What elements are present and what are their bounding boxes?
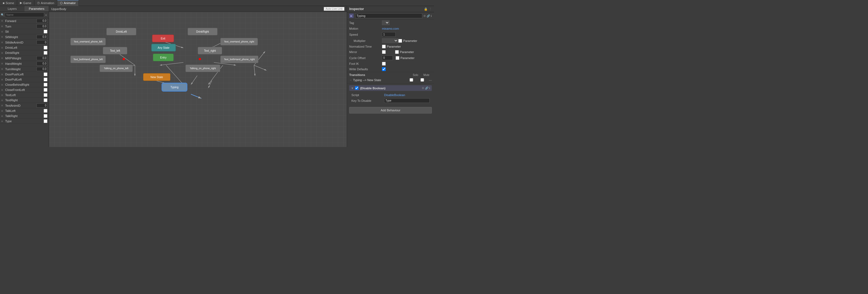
mirror-param-label: Parameter bbox=[400, 50, 414, 53]
speed-input[interactable] bbox=[382, 32, 396, 37]
tag-label: Tag bbox=[349, 21, 382, 25]
state-node-text-right[interactable]: Text_right bbox=[198, 47, 222, 54]
behaviour-settings-icon[interactable]: ⚙ bbox=[422, 86, 424, 89]
transition-solo-checkbox[interactable] bbox=[406, 78, 417, 82]
param-icon: ≡ bbox=[1, 88, 4, 91]
param-value[interactable] bbox=[36, 35, 48, 39]
param-icon: ≡ bbox=[1, 94, 4, 97]
param-icon: ≡ bbox=[1, 83, 4, 86]
layers-tab[interactable]: Layers bbox=[0, 6, 25, 11]
param-checkbox[interactable] bbox=[43, 98, 48, 102]
add-param-button[interactable]: + bbox=[44, 13, 48, 17]
param-value[interactable] bbox=[36, 56, 48, 60]
transition-delete-button[interactable]: — bbox=[429, 78, 432, 82]
animator-canvas[interactable]: DrinkLeft Exit Any State Entry DrinkRigh… bbox=[49, 12, 347, 147]
param-value[interactable] bbox=[36, 62, 48, 66]
param-icon: ≡ bbox=[1, 78, 4, 81]
state-node-talking-right[interactable]: Talking_on_phone_right bbox=[185, 65, 220, 72]
inspector-panel: Inspector 🔒 ⋮ ▶ ⚙ 🔗 ℹ Tag Motion bbox=[347, 6, 434, 147]
state-node-text-bothhand-left[interactable]: Text_bothHand_phone_left bbox=[70, 56, 106, 63]
key-to-disable-input[interactable] bbox=[384, 98, 430, 103]
object-name-input[interactable] bbox=[355, 13, 422, 18]
key-to-disable-field: Key To Disable bbox=[349, 98, 432, 104]
state-node-drinkright[interactable]: DrinkRight bbox=[188, 28, 218, 35]
speed-label: Speed bbox=[349, 33, 382, 36]
param-value[interactable] bbox=[36, 19, 48, 23]
cycle-offset-input[interactable] bbox=[382, 56, 393, 60]
info-icon[interactable]: ℹ bbox=[431, 14, 432, 17]
key-to-disable-label: Key To Disable bbox=[351, 99, 384, 102]
param-value[interactable] bbox=[36, 104, 48, 108]
state-node-drinkleft[interactable]: DrinkLeft bbox=[106, 28, 136, 35]
tag-select[interactable] bbox=[382, 21, 390, 25]
param-icon: ≡ bbox=[1, 46, 4, 49]
script-value[interactable]: DisableBoolean bbox=[384, 94, 405, 97]
mirror-param-checkbox[interactable] bbox=[395, 50, 399, 54]
behaviour-info-icon[interactable]: ℹ bbox=[429, 86, 430, 89]
foot-ik-row: Foot IK bbox=[347, 61, 434, 66]
param-checkbox[interactable] bbox=[43, 88, 48, 92]
param-checkbox[interactable] bbox=[43, 46, 48, 49]
parameters-tab[interactable]: Parameters bbox=[25, 6, 49, 11]
state-node-text-onehand-right[interactable]: Text_oneHand_phone_right bbox=[220, 38, 258, 45]
tab-animator[interactable]: ⬡ Animator bbox=[57, 0, 79, 6]
multiplier-param-checkbox[interactable] bbox=[398, 39, 402, 43]
foot-ik-checkbox[interactable] bbox=[382, 62, 386, 66]
more-icon[interactable]: ⋮ bbox=[429, 7, 432, 11]
multiplier-select[interactable] bbox=[382, 38, 398, 43]
speed-row: Speed bbox=[347, 31, 434, 38]
link-icon[interactable]: 🔗 bbox=[427, 14, 430, 17]
transitions-header: Transitions Solo Mute bbox=[349, 73, 432, 76]
behaviour-enabled-checkbox[interactable] bbox=[355, 86, 359, 90]
search-icon: 🔍 bbox=[1, 13, 4, 16]
write-defaults-checkbox[interactable] bbox=[382, 67, 386, 71]
settings-icon[interactable]: ⚙ bbox=[423, 14, 426, 17]
state-node-text-bothhand-right[interactable]: Text_bothHand_phone_right bbox=[220, 56, 258, 63]
list-item: ≡ DoorPushLeft bbox=[0, 72, 49, 77]
auto-live-link-button[interactable]: Auto Live Link bbox=[323, 7, 345, 11]
normalized-time-checkbox[interactable] bbox=[382, 45, 386, 48]
state-node-talking-left[interactable]: Talking_on_phone_left bbox=[99, 65, 133, 72]
tab-game[interactable]: ▶ Game bbox=[17, 0, 34, 6]
add-behaviour-button[interactable]: Add Behaviour bbox=[349, 107, 432, 113]
param-checkbox[interactable] bbox=[43, 114, 48, 118]
foot-ik-label: Foot IK bbox=[349, 62, 382, 65]
list-item: ≡ HandWeight bbox=[0, 61, 49, 66]
param-checkbox[interactable] bbox=[43, 72, 48, 76]
param-checkbox[interactable] bbox=[43, 93, 48, 97]
mirror-label: Mirror bbox=[349, 50, 382, 53]
param-checkbox[interactable] bbox=[43, 109, 48, 113]
param-checkbox[interactable] bbox=[43, 119, 48, 123]
cycle-offset-param-checkbox[interactable] bbox=[396, 56, 399, 60]
transition-mute-checkbox[interactable] bbox=[417, 78, 428, 82]
behaviour-expand-icon[interactable]: ▼ bbox=[351, 86, 354, 90]
param-value[interactable] bbox=[36, 67, 48, 71]
state-node-newstate[interactable]: New State bbox=[143, 73, 170, 81]
list-item: ≡ CloseFrontLeft bbox=[0, 87, 49, 93]
state-node-text-left[interactable]: Text_left bbox=[103, 47, 127, 54]
motion-value[interactable]: mixamo.com bbox=[382, 27, 399, 30]
left-panel: Layers Parameters 🔍 + ≡ Forward ≡ Turn ≡… bbox=[0, 6, 49, 147]
state-node-anystate[interactable]: Any State bbox=[151, 44, 176, 51]
param-value[interactable] bbox=[36, 24, 48, 28]
search-input[interactable] bbox=[5, 12, 44, 17]
mirror-row: Mirror Parameter bbox=[347, 49, 434, 55]
behaviour-link-icon[interactable]: 🔗 bbox=[425, 86, 428, 89]
state-node-text-onehand-left[interactable]: Text_oneHand_phone_left bbox=[70, 38, 106, 45]
state-node-entry[interactable]: Entry bbox=[153, 53, 174, 61]
transition-dot-left bbox=[123, 58, 125, 60]
param-checkbox[interactable] bbox=[43, 78, 48, 81]
mirror-checkbox[interactable] bbox=[382, 50, 386, 54]
lock-icon[interactable]: 🔒 bbox=[424, 7, 428, 11]
param-checkbox[interactable] bbox=[43, 83, 48, 86]
state-node-exit[interactable]: Exit bbox=[152, 35, 174, 42]
tab-animation[interactable]: ◷ Animation bbox=[34, 0, 57, 6]
param-value[interactable] bbox=[36, 40, 48, 44]
tab-scene[interactable]: ■ Scene bbox=[0, 0, 17, 6]
param-checkbox[interactable] bbox=[43, 30, 48, 34]
param-checkbox[interactable] bbox=[43, 51, 48, 55]
motion-label: Motion bbox=[349, 27, 382, 30]
state-node-typing[interactable]: Typing bbox=[162, 83, 187, 91]
param-icon: ≡ bbox=[1, 30, 4, 33]
transition-name[interactable]: Typing --> New State bbox=[353, 78, 406, 82]
